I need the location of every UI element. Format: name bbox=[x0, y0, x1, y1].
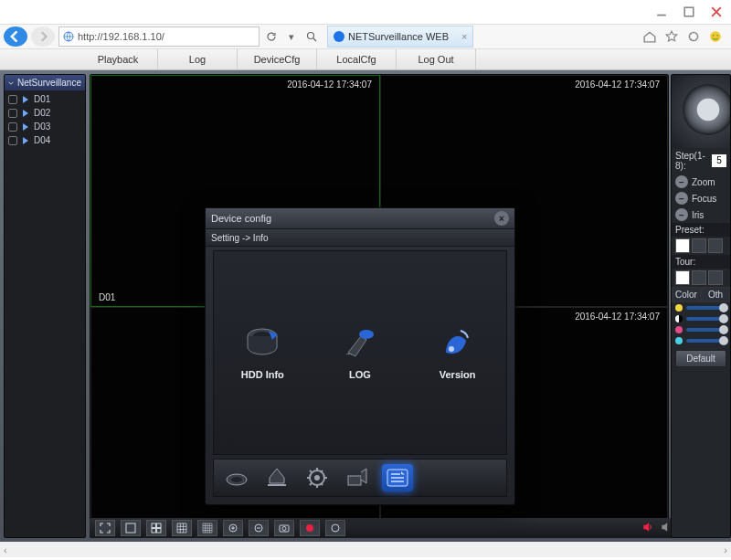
saturation-slider[interactable] bbox=[686, 328, 726, 332]
tools-icon[interactable] bbox=[685, 28, 702, 45]
cat-alarm-icon[interactable] bbox=[261, 464, 292, 491]
layout-4-button[interactable] bbox=[146, 520, 166, 536]
timestamp: 2016-04-12 17:34:07 bbox=[287, 79, 372, 90]
ptz-wheel[interactable] bbox=[672, 75, 730, 148]
cat-advanced-icon[interactable] bbox=[342, 464, 373, 491]
dialog-footer bbox=[213, 459, 507, 497]
layout-1-button[interactable] bbox=[121, 520, 141, 536]
menu-localcfg[interactable]: LocalCfg bbox=[317, 49, 397, 69]
channel-item[interactable]: D04 bbox=[6, 133, 83, 147]
focus-label: Focus bbox=[692, 194, 716, 204]
hue-icon bbox=[675, 337, 683, 344]
brightness-icon bbox=[675, 304, 683, 312]
rec-checkbox[interactable] bbox=[8, 109, 17, 118]
svg-point-21 bbox=[449, 346, 454, 352]
svg-point-4 bbox=[710, 31, 721, 42]
rec-checkbox[interactable] bbox=[8, 122, 17, 132]
channel-item[interactable]: D02 bbox=[6, 106, 83, 120]
connect-all-button[interactable] bbox=[223, 520, 243, 536]
channel-item[interactable]: D01 bbox=[6, 92, 83, 106]
log-item[interactable]: LOG bbox=[323, 325, 397, 380]
play-icon bbox=[23, 96, 28, 103]
log-icon bbox=[341, 325, 379, 362]
menu-log[interactable]: Log bbox=[158, 49, 238, 69]
speaker-icon[interactable] bbox=[641, 521, 654, 535]
preset-input[interactable] bbox=[675, 238, 690, 253]
version-item[interactable]: Version bbox=[421, 325, 494, 380]
favicon-icon bbox=[334, 31, 344, 42]
svg-point-23 bbox=[231, 477, 242, 482]
stop-icon[interactable]: ▾ bbox=[283, 28, 300, 45]
tab-color[interactable]: Color bbox=[672, 287, 701, 302]
dialog-body: HDD Info LOG Version bbox=[213, 250, 507, 455]
svg-point-15 bbox=[282, 527, 286, 531]
refresh-icon[interactable] bbox=[263, 28, 280, 45]
cat-info-icon[interactable] bbox=[382, 464, 413, 491]
browser-tab[interactable]: NETSurveillance WEB × bbox=[327, 26, 473, 48]
search-icon[interactable] bbox=[303, 28, 320, 45]
hdd-info-item[interactable]: HDD Info bbox=[226, 325, 299, 380]
cat-system-icon[interactable] bbox=[302, 464, 333, 491]
rec-checkbox[interactable] bbox=[8, 95, 17, 104]
item-label: Version bbox=[440, 369, 476, 380]
channel-item[interactable]: D03 bbox=[6, 120, 83, 133]
hue-slider[interactable] bbox=[686, 339, 726, 343]
play-icon bbox=[23, 110, 28, 117]
layout-16-button[interactable] bbox=[197, 520, 217, 536]
horizontal-scrollbar[interactable]: ‹› bbox=[0, 542, 731, 557]
svg-rect-26 bbox=[348, 476, 361, 485]
contrast-slider[interactable] bbox=[686, 317, 726, 321]
tour-stop[interactable] bbox=[708, 270, 723, 285]
ptz-panel: Step(1-8): 5 −Zoom −Focus −Iris Preset: … bbox=[671, 74, 731, 538]
zoom-out-button[interactable]: − bbox=[675, 175, 688, 188]
timestamp: 2016-04-12 17:34:07 bbox=[575, 312, 660, 322]
tab-close-icon[interactable]: × bbox=[461, 31, 467, 42]
record-all-button[interactable] bbox=[300, 520, 320, 536]
close-window-button[interactable] bbox=[705, 3, 727, 21]
rec-checkbox[interactable] bbox=[8, 136, 17, 145]
tab-other[interactable]: Oth bbox=[701, 287, 730, 302]
step-input[interactable]: 5 bbox=[712, 154, 726, 167]
sidebar-header[interactable]: NetSurveillance bbox=[5, 75, 85, 90]
preset-go[interactable] bbox=[692, 238, 706, 253]
disconnect-all-button[interactable] bbox=[249, 520, 269, 536]
item-label: HDD Info bbox=[241, 369, 284, 380]
tour-input[interactable] bbox=[675, 270, 690, 285]
layout-9-button[interactable] bbox=[172, 520, 192, 536]
svg-point-5 bbox=[713, 35, 715, 37]
dialog-title: Device config bbox=[211, 213, 271, 224]
hdd-icon bbox=[243, 325, 281, 362]
menu-devicecfg[interactable]: DeviceCfg bbox=[238, 49, 317, 69]
preset-add[interactable] bbox=[708, 238, 723, 253]
iris-out-button[interactable]: − bbox=[675, 208, 688, 221]
svg-rect-10 bbox=[152, 529, 156, 534]
svg-rect-8 bbox=[152, 523, 156, 528]
menu-playback[interactable]: Playback bbox=[79, 49, 158, 69]
snapshot-button[interactable] bbox=[274, 520, 294, 536]
smiley-icon[interactable] bbox=[707, 28, 724, 45]
minimize-button[interactable] bbox=[651, 3, 673, 21]
brightness-slider[interactable] bbox=[686, 306, 726, 310]
default-button[interactable]: Default bbox=[675, 350, 726, 367]
back-button[interactable] bbox=[4, 26, 27, 47]
favorites-icon[interactable] bbox=[663, 28, 680, 45]
view-toolbar bbox=[90, 518, 678, 538]
window-titlebar bbox=[0, 0, 731, 25]
cat-record-icon[interactable] bbox=[221, 464, 252, 491]
menu-logout[interactable]: Log Out bbox=[397, 49, 476, 69]
dialog-close-button[interactable]: × bbox=[494, 211, 509, 226]
address-bar[interactable]: http://192.168.1.10/ bbox=[58, 26, 260, 47]
tour-go[interactable] bbox=[692, 270, 706, 285]
extra-button[interactable] bbox=[325, 520, 345, 536]
fullscreen-button[interactable] bbox=[95, 520, 115, 536]
svg-rect-11 bbox=[157, 529, 162, 534]
forward-button[interactable] bbox=[31, 26, 55, 47]
device-config-dialog: Device config × Setting -> Info HDD Info… bbox=[205, 207, 515, 505]
channel-list: D01D02D03D04 bbox=[5, 90, 85, 149]
home-icon[interactable] bbox=[641, 28, 658, 45]
maximize-button[interactable] bbox=[678, 3, 700, 21]
focus-out-button[interactable]: − bbox=[675, 192, 688, 205]
dialog-breadcrumb: Setting -> Info bbox=[206, 229, 514, 247]
saturation-icon bbox=[675, 326, 683, 333]
contrast-icon bbox=[675, 315, 683, 322]
